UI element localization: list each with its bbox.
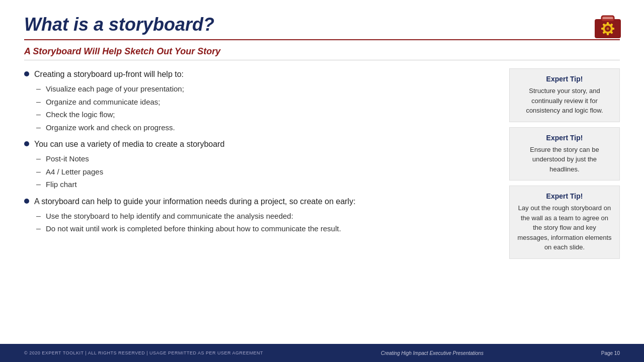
sub-dash: – (36, 154, 41, 163)
sub-text: Organize work and check on progress. (46, 122, 175, 134)
title-divider (24, 39, 620, 40)
sub-text: Organize and communicate ideas; (46, 97, 160, 108)
expert-tip-title-3: Expert Tip! (517, 192, 612, 200)
bullet-section-1: Creating a storyboard up-front will help… (24, 68, 497, 133)
svg-rect-5 (607, 22, 609, 25)
sub-dash: – (36, 110, 41, 119)
bullet-main-text-1: Creating a storyboard up-front will help… (34, 68, 184, 80)
expert-tip-text-3: Lay out the rough storyboard on the wall… (517, 203, 612, 252)
body-layout: Creating a storyboard up-front will help… (24, 68, 620, 336)
sub-dash: – (36, 212, 41, 221)
sub-text: Flip chart (46, 179, 77, 191)
expert-tip-text-1: Structure your story, and continually re… (517, 86, 612, 116)
footer-center: Creating High Impact Executive Presentat… (381, 350, 484, 356)
bullet-main-text-2: You can use a variety of media to create… (34, 138, 224, 150)
list-item: – A4 / Letter pages (36, 166, 497, 178)
subtitle: A Storyboard Will Help Sketch Out Your S… (24, 46, 620, 57)
footer-right: Page 10 (601, 350, 620, 356)
list-item: – Organize work and check on progress. (36, 122, 497, 134)
logo-area (592, 10, 624, 44)
list-item: – Post-it Notes (36, 153, 497, 165)
svg-point-14 (607, 28, 609, 30)
left-content: Creating a storyboard up-front will help… (24, 68, 497, 336)
sub-list-1: – Visualize each page of your presentati… (36, 83, 497, 133)
expert-tip-box-1: Expert Tip! Structure your story, and co… (509, 68, 620, 122)
list-item: – Visualize each page of your presentati… (36, 83, 497, 95)
bullet-dot-1 (24, 71, 29, 76)
sub-dash: – (36, 123, 41, 132)
footer-left: © 2020 EXPERT TOOLKIT | ALL RIGHTS RESER… (24, 350, 263, 355)
sub-dash: – (36, 98, 41, 107)
expert-tip-text-2: Ensure the story can be understood by ju… (517, 145, 612, 174)
sub-text: Use the storyboard to help identify and … (46, 211, 293, 222)
main-content: What is a storyboard? A Storyboard Will … (0, 0, 644, 344)
sub-list-3: – Use the storyboard to help identify an… (36, 211, 497, 235)
svg-rect-9 (607, 33, 609, 35)
bullet-section-3: A storyboard can help to guide your info… (24, 196, 497, 235)
footer: © 2020 EXPERT TOOLKIT | ALL RIGHTS RESER… (0, 344, 644, 362)
logo-icon (592, 10, 624, 42)
list-item: – Flip chart (36, 179, 497, 191)
expert-tip-title-1: Expert Tip! (517, 75, 612, 83)
sub-dash: – (36, 180, 41, 189)
sub-dash: – (36, 167, 41, 176)
sub-text: Do not wait until work is completed befo… (46, 223, 341, 235)
expert-tip-box-2: Expert Tip! Ensure the story can be unde… (509, 127, 620, 181)
subtitle-divider (24, 60, 620, 60)
svg-rect-11 (601, 28, 604, 30)
sub-dash: – (36, 84, 41, 94)
bullet-section-2: You can use a variety of media to create… (24, 138, 497, 191)
sub-text: Check the logic flow; (46, 109, 115, 121)
list-item: – Do not wait until work is completed be… (36, 223, 497, 235)
bullet-main-1: Creating a storyboard up-front will help… (24, 68, 497, 80)
svg-rect-7 (612, 28, 614, 30)
list-item: – Use the storyboard to help identify an… (36, 211, 497, 222)
bullet-main-text-3: A storyboard can help to guide your info… (34, 196, 356, 208)
page-title: What is a storyboard? (24, 14, 620, 35)
bullet-dot-3 (24, 199, 29, 204)
list-item: – Organize and communicate ideas; (36, 97, 497, 108)
sub-dash: – (36, 224, 41, 233)
sub-list-2: – Post-it Notes – A4 / Letter pages – Fl… (36, 153, 497, 191)
bullet-main-2: You can use a variety of media to create… (24, 138, 497, 150)
expert-tip-box-3: Expert Tip! Lay out the rough storyboard… (509, 186, 620, 259)
bullet-main-3: A storyboard can help to guide your info… (24, 196, 497, 208)
expert-tip-title-2: Expert Tip! (517, 134, 612, 142)
sub-text: Post-it Notes (46, 153, 89, 165)
right-sidebar: Expert Tip! Structure your story, and co… (509, 68, 620, 336)
sub-text: Visualize each page of your presentation… (46, 83, 184, 95)
list-item: – Check the logic flow; (36, 109, 497, 121)
sub-text: A4 / Letter pages (46, 166, 103, 178)
svg-rect-2 (602, 16, 614, 21)
bullet-dot-2 (24, 141, 29, 146)
